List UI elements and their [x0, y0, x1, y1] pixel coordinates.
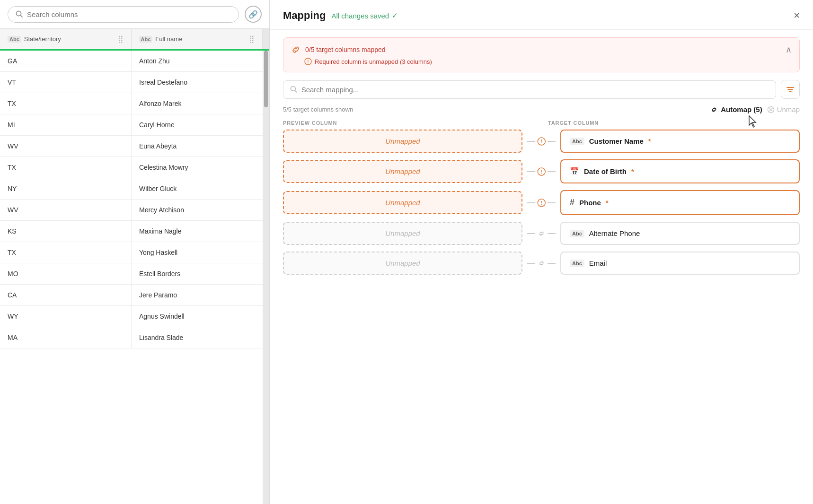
link-small-icon	[710, 106, 718, 113]
drag-icon-state[interactable]: ⣿	[118, 35, 124, 43]
connector-dash	[548, 233, 556, 234]
connector-dash	[527, 141, 535, 142]
svg-text:!: !	[540, 169, 542, 174]
preview-box-alt-phone[interactable]: Unmapped	[283, 222, 522, 245]
target-name-alt-phone: Alternate Phone	[589, 229, 640, 237]
cell-name: Agnus Swindell	[132, 306, 263, 327]
connector-dash	[548, 171, 556, 172]
target-box-email[interactable]: Abc Email	[560, 252, 800, 275]
warning-icon: !	[304, 58, 312, 65]
filter-button[interactable]	[781, 80, 800, 99]
type-icon-abc-alt: Abc	[570, 230, 584, 237]
automap-label: Automap (5)	[721, 105, 762, 113]
search-input[interactable]	[27, 10, 231, 18]
right-panel: Mapping All changes saved ✓ × 0/5 target…	[270, 0, 813, 504]
alert-main-text: 0/5 target columns mapped	[305, 46, 386, 53]
table-row: NY Wilber Gluck	[0, 178, 263, 200]
cell-name: Caryl Horne	[132, 114, 263, 135]
preview-box-dob[interactable]: Unmapped	[283, 160, 522, 183]
col-label-target: TARGET COLUMN	[544, 120, 800, 126]
mapping-row-dob: Unmapped ! 📅 Date of Birth *	[283, 159, 800, 183]
mapping-row-customer-name: Unmapped ! Abc Customer Name *	[283, 130, 800, 153]
preview-box-email[interactable]: Unmapped	[283, 252, 522, 275]
mapping-search-row	[270, 80, 813, 105]
col-label-preview: PREVIEW COLUMN	[283, 120, 516, 126]
cell-state: CA	[0, 285, 132, 305]
link-icon-email	[537, 258, 546, 269]
connector-dash	[527, 202, 535, 203]
scroll-thumb[interactable]	[264, 51, 268, 107]
cell-name: Alfonzo Marek	[132, 93, 263, 114]
table-row: WY Agnus Swindell	[0, 306, 263, 327]
link-icon	[291, 45, 300, 54]
mapping-row-phone: Unmapped ! # Phone *	[283, 190, 800, 215]
cell-state: MA	[0, 327, 132, 348]
cell-name: Wilber Gluck	[132, 178, 263, 199]
col-header-state: Abc State/territory ⣿	[0, 29, 132, 49]
mapping-search-wrapper[interactable]	[283, 80, 776, 99]
type-icon-calendar: 📅	[570, 167, 579, 176]
table-row: CA Jere Paramo	[0, 285, 263, 306]
target-box-customer-name[interactable]: Abc Customer Name *	[560, 130, 800, 153]
target-box-alt-phone[interactable]: Abc Alternate Phone	[560, 222, 800, 245]
svg-text:!: !	[307, 59, 309, 64]
search-icon	[16, 10, 23, 18]
svg-line-1	[21, 16, 23, 17]
mapping-header: Mapping All changes saved ✓ ×	[270, 0, 813, 30]
col-labels-row: PREVIEW COLUMN TARGET COLUMN	[270, 120, 813, 130]
cell-state: MI	[0, 114, 132, 135]
target-name-email: Email	[589, 259, 607, 267]
table-row: WV Euna Abeyta	[0, 136, 263, 157]
close-button[interactable]: ×	[794, 10, 800, 21]
col-name-fullname: Full name	[155, 35, 182, 43]
mapping-search-input[interactable]	[301, 86, 769, 94]
alert-top: 0/5 target columns mapped ∧	[291, 44, 792, 55]
connector-email	[527, 258, 556, 269]
mapping-controls-row: 5/5 target columns shown Automap (5) Unm…	[270, 105, 813, 120]
type-icon-hash: #	[570, 198, 574, 208]
cell-name: Yong Haskell	[132, 242, 263, 263]
scrollbar[interactable]	[263, 51, 269, 504]
drag-icon-name[interactable]: ⣿	[249, 35, 255, 43]
cell-name: Euna Abeyta	[132, 136, 263, 156]
search-input-wrapper[interactable]	[8, 6, 239, 23]
error-icon-phone: !	[537, 198, 546, 208]
table-row: TX Alfonzo Marek	[0, 93, 263, 114]
unmap-label: Unmap	[777, 105, 800, 113]
error-icon-dob: !	[537, 166, 546, 177]
mapping-row-alt-phone: Unmapped Abc Alternate Phone	[283, 222, 800, 245]
type-icon-abc: Abc	[570, 138, 584, 145]
table-row: MI Caryl Horne	[0, 114, 263, 136]
cell-name: Lisandra Slade	[132, 327, 263, 348]
svg-text:!: !	[540, 139, 542, 144]
target-box-dob[interactable]: 📅 Date of Birth *	[560, 159, 800, 183]
cell-state: MO	[0, 263, 132, 284]
help-button[interactable]: 🔗	[245, 6, 262, 23]
table-row: GA Anton Zhu	[0, 51, 263, 72]
alert-top-left: 0/5 target columns mapped	[291, 45, 386, 54]
preview-box-customer-name[interactable]: Unmapped	[283, 130, 522, 153]
checkmark-icon: ✓	[392, 11, 398, 20]
alert-sub: ! Required column is unmapped (3 columns…	[291, 58, 792, 65]
alert-chevron-icon[interactable]: ∧	[786, 44, 792, 55]
preview-box-phone[interactable]: Unmapped	[283, 191, 522, 214]
automap-button[interactable]: Automap (5)	[710, 105, 762, 113]
unmap-button[interactable]: Unmap	[767, 105, 800, 113]
svg-text:!: !	[540, 200, 542, 205]
table-row: KS Maxima Nagle	[0, 221, 263, 242]
unmap-circle-icon	[767, 106, 775, 113]
table-row: VT Isreal Destefano	[0, 72, 263, 93]
link-icon-alt-phone	[537, 228, 546, 239]
table-row: WV Mercy Atchison	[0, 200, 263, 221]
connector-dash	[527, 171, 535, 172]
saved-badge: All changes saved ✓	[331, 11, 398, 20]
connector-dash	[548, 141, 556, 142]
cell-name: Maxima Nagle	[132, 221, 263, 242]
cell-state: NY	[0, 178, 132, 199]
connector-dash	[548, 263, 556, 264]
target-box-phone[interactable]: # Phone *	[560, 190, 800, 215]
cell-state: TX	[0, 157, 132, 178]
cell-name: Jere Paramo	[132, 285, 263, 305]
table-row: MO Estell Borders	[0, 263, 263, 285]
mapping-row-email: Unmapped Abc Email	[283, 252, 800, 275]
